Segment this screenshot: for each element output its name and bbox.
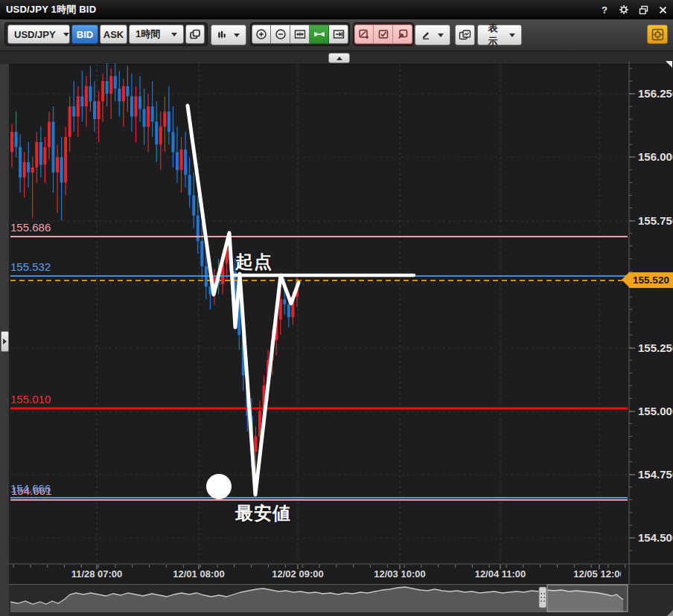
candle-body [98,101,101,119]
candle-body [64,137,67,182]
candle-body [155,122,158,145]
price-axis-label: 154.500 [638,531,672,544]
axis-corner-marker [666,61,672,68]
candle-body [118,89,121,101]
candle-body [60,157,63,182]
candle-body [200,241,203,266]
candle-body [93,101,96,119]
time-axis-label: 12/01 08:00 [163,568,235,580]
candle-body [130,96,133,116]
navigator-selection[interactable] [547,585,628,612]
candle-body [171,132,174,152]
price-axis-label: 156.250 [638,87,672,100]
candle-body [147,106,150,126]
trading-app-window: USD/JPY 1時間 BID ? USD/JPY BID ASK 1時間 [0,0,673,616]
candle-body [85,86,88,106]
navigator-handle-dots [540,593,542,594]
price-line-label: 155.010 [10,393,51,405]
candle-body [163,112,166,126]
candle-body [80,96,83,106]
chart-canvas[interactable] [0,0,673,616]
time-axis-label: 12/04 11:00 [465,568,536,580]
price-axis-label: 155.250 [638,341,672,354]
candle-body [114,76,117,89]
candle-body [27,162,30,173]
candle-body [23,162,26,177]
navigator-handle-dots [540,600,542,602]
candle-body [89,86,92,101]
price-axis-label: 154.750 [638,468,672,481]
price-axis-label: 155.750 [638,214,672,227]
candle-body [287,304,290,317]
price-line-label: 155.532 [10,260,51,273]
annotation-origin-label: 起点 [235,250,272,274]
candle-body [283,299,286,304]
candle-body [109,76,112,94]
candle-body [106,81,109,94]
candle-body [151,106,154,121]
candle-body [10,132,13,152]
candle-body [143,109,146,126]
badge-arrow-left-icon [622,272,629,287]
price-line-label: 155.686 [10,221,51,234]
price-line-label: 154.666 [10,482,51,495]
annotation-circle [206,474,232,499]
candle-body [35,142,38,167]
candle-body [135,96,138,116]
candle-body [48,122,51,147]
navigator-handle[interactable] [539,587,546,608]
time-axis-label: 12/02 09:00 [262,568,334,580]
candle-body [101,81,104,101]
candle-body [15,132,18,147]
candle-body [19,147,22,178]
candle-body [43,147,46,165]
candle-body [122,86,125,101]
navigator-handle-dots [543,600,545,602]
candle-body [126,86,129,97]
current-price-badge: 155.520 [629,272,673,288]
candle-body [77,96,80,116]
candle-body [52,122,55,173]
candle-body [184,150,187,175]
candle-body [279,299,282,319]
candle-body [39,142,42,165]
navigator-handle-dots [543,597,545,598]
window-resize-grip[interactable] [667,610,673,616]
candle-body [68,106,71,137]
annotation-low-label: 最安値 [235,501,291,525]
candle-body [168,112,170,132]
candle-body [192,195,195,215]
candle-body [176,152,179,170]
candle-body [188,175,191,195]
candle-body [56,157,59,172]
price-axis-label: 155.000 [638,405,672,417]
candle-body [159,126,162,144]
navigator-handle-dots [543,593,545,594]
candle-body [72,106,75,117]
time-axis-label: 12/03 10:00 [364,568,436,580]
time-axis-label: 12/05 12:00 [564,568,621,580]
time-axis[interactable]: 11/28 07:0012/01 08:0012/02 09:0012/03 1… [9,564,621,584]
price-axis-label: 156.000 [638,150,672,163]
candle-body [254,437,257,452]
candle-body [138,96,141,109]
time-axis-label: 11/28 07:00 [61,568,133,580]
candle-body [31,167,34,173]
candle-body [180,150,183,170]
navigator-handle-dots [540,597,542,598]
